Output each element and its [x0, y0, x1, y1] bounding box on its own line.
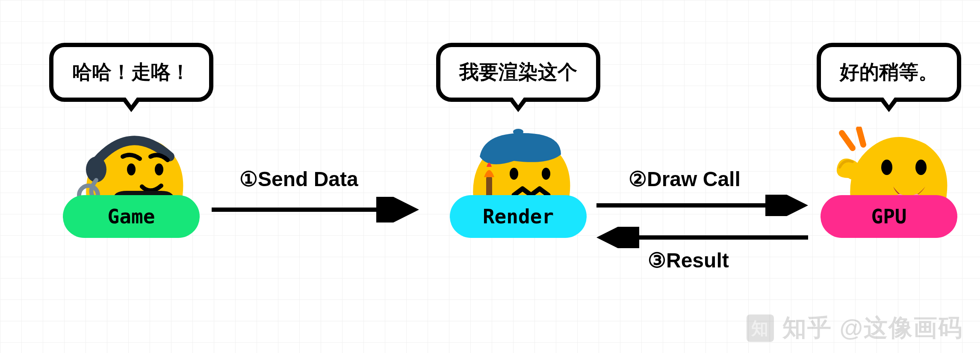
svg-point-8 — [881, 160, 892, 175]
speech-game: 哈哈！走咯！ — [49, 43, 213, 102]
svg-point-9 — [915, 160, 927, 175]
speech-gpu: 好的稍等。 — [817, 43, 961, 102]
svg-point-4 — [513, 129, 523, 135]
watermark: 知乎 @这像画码 — [747, 312, 963, 344]
node-gpu: 好的稍等。 GPU — [817, 43, 961, 238]
label-result: ③Result — [648, 248, 729, 272]
pill-game: Game — [63, 195, 200, 238]
label-send-data: ①Send Data — [239, 167, 358, 191]
diagram-canvas: 哈哈！走咯！ Game 我要渲染这个 — [0, 0, 980, 353]
svg-point-2 — [127, 163, 136, 175]
arrow-draw-call — [594, 195, 812, 216]
character-gpu: GPU — [825, 118, 953, 238]
svg-point-5 — [510, 168, 518, 180]
node-game: 哈哈！走咯！ Game — [49, 43, 213, 238]
speech-render: 我要渲染这个 — [436, 43, 600, 102]
svg-point-6 — [542, 168, 550, 180]
label-draw-call: ②Draw Call — [629, 167, 741, 191]
character-game: Game — [67, 118, 195, 238]
pill-render: Render — [450, 195, 587, 238]
zhihu-logo-icon — [747, 314, 774, 342]
character-render: Render — [454, 118, 582, 238]
arrow-result — [594, 227, 812, 248]
watermark-text: 知乎 @这像画码 — [782, 312, 963, 344]
pill-gpu: GPU — [821, 195, 957, 238]
arrow-send-data — [210, 197, 423, 222]
node-render: 我要渲染这个 Render — [436, 43, 600, 238]
svg-point-3 — [155, 163, 163, 175]
